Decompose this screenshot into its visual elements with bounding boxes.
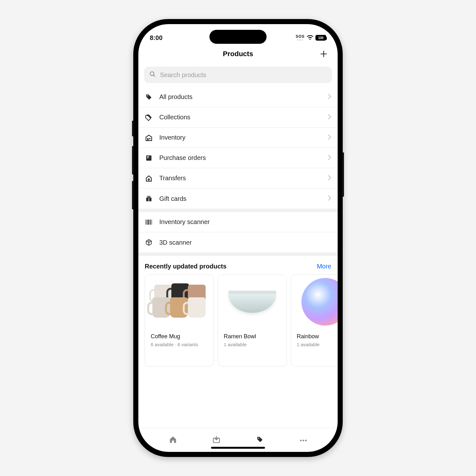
svg-rect-4 [149,138,150,139]
search-bar[interactable] [144,67,332,83]
chevron-right-icon [327,175,331,182]
product-name: Ramen Bowl [224,333,281,340]
page-title: Products [223,50,253,58]
svg-rect-14 [149,220,150,225]
menu-item-inventory-scanner[interactable]: Inventory scanner [138,212,338,232]
menu-item-collections[interactable]: Collections [138,107,338,128]
svg-rect-16 [152,220,152,225]
menu-item-label: Transfers [159,175,321,182]
menu-item-label: Collections [159,114,321,121]
svg-line-1 [154,75,155,76]
product-card[interactable]: Coffee Mug6 available · 6 variants [145,274,214,367]
recent-cards[interactable]: Coffee Mug6 available · 6 variantsRamen … [138,272,338,370]
gift-icon [145,195,153,203]
product-card[interactable]: Rainbow1 available [291,274,338,367]
home-indicator [211,447,265,449]
recent-header: Recently updated products More [138,256,338,272]
house-arrow-icon [145,174,153,182]
chevron-right-icon [327,195,331,202]
chevron-right-icon [327,94,331,101]
screen: 8:00 SOS •••• 100 Products [138,24,338,452]
svg-rect-6 [147,156,149,157]
product-card[interactable]: Ramen Bowl1 available [218,274,287,367]
app-header: Products [138,44,338,63]
menu-item-purchase-orders[interactable]: Purchase orders [138,148,338,168]
svg-rect-5 [146,155,152,161]
home-icon [169,435,177,445]
menu-item-all-products[interactable]: All products [138,87,338,107]
search-input[interactable] [159,71,327,79]
menu-item-3d-scanner[interactable]: 3D scanner [138,232,338,253]
more-icon [299,437,307,443]
chevron-right-icon [327,155,331,162]
menu-item-transfers[interactable]: Transfers [138,168,338,188]
inbox-icon [212,435,221,445]
tag-icon [145,93,153,101]
product-thumbnail [218,275,287,329]
tab-inbox[interactable] [211,435,222,446]
tab-home[interactable] [168,435,178,446]
menu-item-label: Inventory [159,134,321,141]
wifi-icon [307,35,314,40]
tag-icon [256,436,263,444]
svg-rect-10 [149,198,149,201]
menu-item-inventory[interactable]: Inventory [138,128,338,148]
svg-point-21 [305,440,307,441]
tags-stack-icon [145,113,153,122]
svg-point-19 [300,440,301,441]
svg-rect-11 [146,220,146,225]
svg-rect-3 [147,138,149,141]
chevron-right-icon [327,114,331,121]
group-gap [138,209,338,212]
tab-more[interactable] [298,435,309,446]
menu-item-label: Inventory scanner [159,218,325,226]
chevron-right-icon [327,134,331,141]
status-sos: SOS •••• [296,34,305,41]
svg-point-20 [302,440,304,441]
svg-rect-7 [147,157,149,158]
product-thumbnail [291,275,338,329]
plus-icon [320,50,328,58]
cube-icon [145,238,153,247]
menu-item-label: Purchase orders [159,154,321,162]
product-name: Coffee Mug [151,333,208,340]
recent-title: Recently updated products [145,263,227,270]
product-meta: 1 available [297,342,338,347]
barcode-icon [145,218,153,226]
search-icon [149,71,156,79]
menu-item-label: 3D scanner [159,239,325,246]
menu-item-label: Gift cards [159,195,321,202]
menu-item-label: All products [159,93,321,101]
warehouse-icon [145,134,153,142]
menu-item-gift-cards[interactable]: Gift cards [138,188,338,209]
svg-rect-15 [150,220,151,225]
dynamic-island [209,30,267,44]
add-button[interactable] [319,49,329,59]
tab-products[interactable] [255,435,265,446]
phone-frame: 8:00 SOS •••• 100 Products [133,19,343,457]
status-time: 8:00 [150,34,162,42]
file-box-icon [145,154,153,162]
product-thumbnail [145,275,214,329]
svg-rect-12 [147,220,148,225]
product-meta: 6 available · 6 variants [151,342,208,347]
recent-more-button[interactable]: More [317,263,331,270]
svg-point-2 [147,95,148,96]
product-meta: 1 available [224,342,281,347]
product-name: Rainbow [297,333,338,340]
svg-point-18 [258,438,259,439]
group-gap [138,253,338,256]
menu-group-1: All productsCollectionsInventoryPurchase… [138,87,338,209]
svg-rect-13 [148,220,149,225]
menu-group-2: Inventory scanner3D scanner [138,212,338,253]
battery-icon: 100 [315,35,326,41]
